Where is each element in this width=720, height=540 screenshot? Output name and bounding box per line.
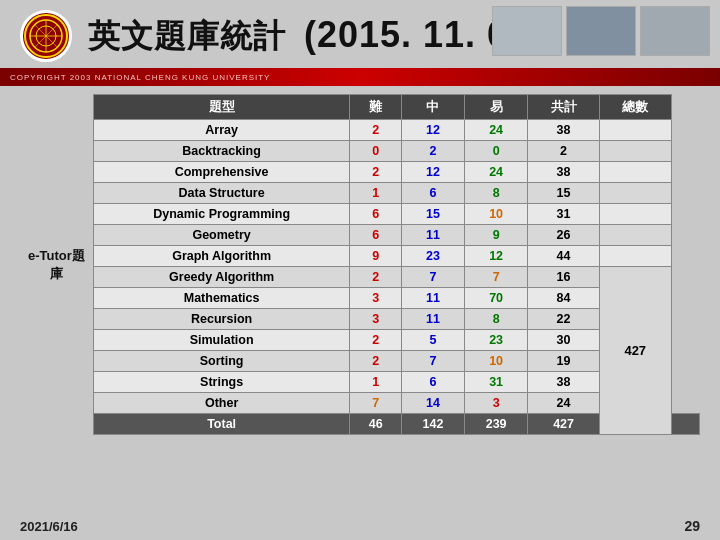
cell-mid: 7 (401, 351, 464, 372)
grand-total-cell: 427 (599, 267, 671, 435)
cell-mid: 142 (401, 414, 464, 435)
cell-type: Dynamic Programming (93, 204, 350, 225)
cell-type: Graph Algorithm (93, 246, 350, 267)
cell-easy: 24 (465, 120, 528, 141)
banner-strip: COPYRIGHT 2003 NATIONAL CHENG KUNG UNIVE… (0, 68, 720, 86)
table-row: Geometry 6 11 9 26 (93, 225, 699, 246)
table-row: Backtracking 0 2 0 2 (93, 141, 699, 162)
cell-total: 31 (528, 204, 600, 225)
table-row: Data Structure 1 6 8 15 (93, 183, 699, 204)
cell-easy: 0 (465, 141, 528, 162)
cell-total: 16 (528, 267, 600, 288)
col-header-total: 共計 (528, 95, 600, 120)
sidebar-text-1: e-Tutor題 (28, 247, 85, 265)
cell-total: 15 (528, 183, 600, 204)
cell-easy: 9 (465, 225, 528, 246)
table-row: Comprehensive 2 12 24 38 (93, 162, 699, 183)
cell-easy: 31 (465, 372, 528, 393)
cell-mid: 6 (401, 183, 464, 204)
cell-grand-empty (599, 120, 671, 141)
cell-total: 44 (528, 246, 600, 267)
cell-total: 38 (528, 372, 600, 393)
cell-mid: 6 (401, 372, 464, 393)
cell-grand-empty (599, 162, 671, 183)
cell-easy: 70 (465, 288, 528, 309)
title-cn: 英文題庫統計 (88, 18, 286, 54)
sidebar-label: e-Tutor題 庫 (20, 94, 93, 435)
cell-mid: 12 (401, 162, 464, 183)
cell-mid: 23 (401, 246, 464, 267)
cell-easy: 24 (465, 162, 528, 183)
header-image-3 (640, 6, 710, 56)
cell-type: Comprehensive (93, 162, 350, 183)
cell-easy: 239 (465, 414, 528, 435)
cell-easy: 10 (465, 351, 528, 372)
cell-total: 38 (528, 120, 600, 141)
cell-hard: 1 (350, 372, 402, 393)
footer-date: 2021/6/16 (20, 519, 78, 534)
cell-hard: 6 (350, 225, 402, 246)
cell-hard: 0 (350, 141, 402, 162)
cell-mid: 12 (401, 120, 464, 141)
table-row: Dynamic Programming 6 15 10 31 (93, 204, 699, 225)
cell-grand-empty (599, 246, 671, 267)
cell-type: Strings (93, 372, 350, 393)
cell-grand (671, 414, 699, 435)
cell-mid: 15 (401, 204, 464, 225)
header-image-2 (566, 6, 636, 56)
cell-mid: 11 (401, 288, 464, 309)
col-header-easy: 易 (465, 95, 528, 120)
sidebar-text-2: 庫 (50, 265, 63, 283)
cell-grand-empty (599, 225, 671, 246)
cell-mid: 11 (401, 309, 464, 330)
cell-easy: 8 (465, 309, 528, 330)
cell-easy: 3 (465, 393, 528, 414)
cell-easy: 7 (465, 267, 528, 288)
cell-total: 2 (528, 141, 600, 162)
cell-mid: 2 (401, 141, 464, 162)
header-image-1 (492, 6, 562, 56)
cell-type: Total (93, 414, 350, 435)
cell-total: 38 (528, 162, 600, 183)
cell-type: Mathematics (93, 288, 350, 309)
footer-page: 29 (684, 518, 700, 534)
cell-hard: 2 (350, 162, 402, 183)
cell-type: Greedy Algorithm (93, 267, 350, 288)
cell-hard: 46 (350, 414, 402, 435)
cell-mid: 7 (401, 267, 464, 288)
cell-type: Other (93, 393, 350, 414)
cell-type: Backtracking (93, 141, 350, 162)
col-header-hard: 難 (350, 95, 402, 120)
cell-hard: 6 (350, 204, 402, 225)
cell-type: Simulation (93, 330, 350, 351)
cell-total: 24 (528, 393, 600, 414)
col-header-type: 題型 (93, 95, 350, 120)
col-header-mid: 中 (401, 95, 464, 120)
cell-mid: 11 (401, 225, 464, 246)
cell-total: 26 (528, 225, 600, 246)
logo-inner (24, 14, 68, 58)
cell-total: 22 (528, 309, 600, 330)
cell-hard: 2 (350, 267, 402, 288)
cell-easy: 10 (465, 204, 528, 225)
table-header-row: 題型 難 中 易 共計 總數 (93, 95, 699, 120)
cell-grand-empty (599, 141, 671, 162)
cell-hard: 2 (350, 351, 402, 372)
main-content: e-Tutor題 庫 題型 難 中 易 共計 總數 Array 2 12 24 … (0, 86, 720, 439)
header: 英文題庫統計 (2015. 11. 09) (0, 0, 720, 68)
cell-mid: 5 (401, 330, 464, 351)
cell-total: 30 (528, 330, 600, 351)
cell-type: Geometry (93, 225, 350, 246)
cell-hard: 2 (350, 120, 402, 141)
cell-total: 427 (528, 414, 600, 435)
header-images (492, 6, 710, 56)
table-row: Graph Algorithm 9 23 12 44 (93, 246, 699, 267)
cell-grand-empty (599, 183, 671, 204)
table-row: Array 2 12 24 38 (93, 120, 699, 141)
statistics-table: 題型 難 中 易 共計 總數 Array 2 12 24 38 Backtrac… (93, 94, 700, 435)
cell-hard: 3 (350, 309, 402, 330)
cell-mid: 14 (401, 393, 464, 414)
page-title: 英文題庫統計 (2015. 11. 09) (88, 14, 542, 59)
cell-total: 19 (528, 351, 600, 372)
cell-type: Array (93, 120, 350, 141)
